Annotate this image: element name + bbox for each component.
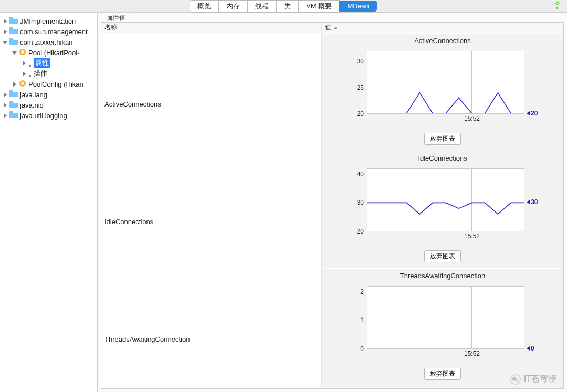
chart-plot[interactable] <box>367 168 524 231</box>
tree-item-label: com.sun.management <box>20 28 88 36</box>
svg-point-9 <box>21 82 24 85</box>
svg-rect-10 <box>9 90 13 92</box>
disclosure-icon[interactable] <box>21 71 26 76</box>
svg-rect-2 <box>9 27 13 29</box>
bean-icon <box>19 80 26 89</box>
chart-title: IdleConnections <box>324 151 561 163</box>
y-tick-label: 25 <box>343 84 364 91</box>
tree-item[interactable]: PoolConfig (Hikari <box>0 79 97 89</box>
chart-title: ThreadsAwaitingConnection <box>324 269 561 281</box>
column-header-value-label: 值 <box>325 23 331 32</box>
tab-overview[interactable]: 概览 <box>190 0 219 13</box>
y-tick-label: 30 <box>343 199 364 206</box>
folder-icon <box>9 111 18 120</box>
top-tabbar: 概览 内存 线程 类 VM 概要 MBean <box>0 0 567 13</box>
row-name[interactable]: IdleConnections <box>104 218 153 226</box>
svg-point-0 <box>556 7 558 9</box>
tree-item[interactable]: com.zaxxer.hikari <box>0 37 97 47</box>
chart-area: 20304015:5230 <box>343 163 542 247</box>
column-header-name[interactable]: 名称 <box>101 23 321 33</box>
tree-item-label: Pool (HikariPool- <box>28 49 80 57</box>
discard-chart-button[interactable]: 放弃图表 <box>424 133 461 145</box>
tree-item[interactable]: 操作 <box>0 68 97 79</box>
folder-icon <box>9 90 18 99</box>
tab-memory[interactable]: 内存 <box>218 0 248 13</box>
chart-plot[interactable] <box>367 286 524 349</box>
chart-title: ActiveConnections <box>324 34 561 46</box>
tree-item-label: 属性 <box>34 58 50 68</box>
folder-icon <box>9 17 18 25</box>
tree-item[interactable]: com.sun.management <box>0 26 97 37</box>
current-value-marker: 20 <box>527 110 538 117</box>
dot-icon <box>28 72 32 75</box>
svg-rect-11 <box>9 101 13 102</box>
tree-item[interactable]: 属性 <box>0 58 97 68</box>
row-name[interactable]: ActiveConnections <box>104 100 161 108</box>
disclosure-icon[interactable] <box>12 82 17 87</box>
y-tick-label: 2 <box>343 288 364 295</box>
svg-rect-3 <box>9 38 13 39</box>
tree-item[interactable]: Pool (HikariPool- <box>0 47 97 58</box>
disclosure-icon[interactable] <box>21 61 26 66</box>
row-name[interactable]: ThreadsAwaitingConnection <box>104 335 190 343</box>
y-tick-label: 40 <box>343 171 364 178</box>
tree-item-label: com.zaxxer.hikari <box>20 38 72 46</box>
chart-area: 01215:520 <box>343 281 542 365</box>
current-value-marker: 30 <box>527 198 538 206</box>
svg-point-6 <box>29 65 31 67</box>
y-tick-label: 1 <box>343 316 364 324</box>
disclosure-icon[interactable] <box>12 50 17 55</box>
connection-indicator-icon <box>554 2 564 11</box>
disclosure-icon[interactable] <box>2 103 7 108</box>
tree-item-label: java.nio <box>20 101 44 109</box>
discard-chart-button[interactable]: 放弃图表 <box>424 368 461 380</box>
tree-item[interactable]: java.lang <box>0 89 97 100</box>
tree-item[interactable]: java.util.logging <box>0 110 97 121</box>
svg-rect-12 <box>9 111 13 113</box>
disclosure-icon[interactable] <box>2 19 7 24</box>
disclosure-icon[interactable] <box>2 40 7 45</box>
svg-rect-1 <box>9 17 13 18</box>
column-name: 名称 ActiveConnections IdleConnections Thr… <box>101 23 322 388</box>
tree-item[interactable]: java.nio <box>0 100 97 110</box>
discard-chart-button[interactable]: 放弃图表 <box>424 250 461 262</box>
tree-item-label: JMImplementation <box>20 17 76 25</box>
chart-idle-connections: IdleConnections20304015:5230放弃图表 <box>324 151 561 268</box>
tree-item-label: java.lang <box>20 91 47 99</box>
folder-icon <box>9 101 18 109</box>
chart-area: 20253015:5220 <box>343 46 542 130</box>
y-tick-label: 20 <box>343 228 364 235</box>
sort-indicator-icon: ▲ <box>333 25 338 30</box>
folder-icon <box>9 27 18 36</box>
svg-point-7 <box>29 75 31 77</box>
tab-mbean[interactable]: MBean <box>339 1 376 12</box>
tree-item-label: 操作 <box>34 69 47 78</box>
column-value: 值 ▲ ActiveConnections20253015:5220放弃图表 I… <box>322 23 563 388</box>
tab-vm-summary[interactable]: VM 概要 <box>298 0 340 13</box>
disclosure-icon[interactable] <box>2 113 7 118</box>
y-tick-label: 20 <box>343 110 364 118</box>
tab-classes[interactable]: 类 <box>276 0 299 13</box>
column-header-value[interactable]: 值 ▲ <box>322 23 563 33</box>
y-tick-label: 0 <box>343 345 364 353</box>
dot-icon <box>28 61 32 65</box>
y-tick-label: 30 <box>343 58 364 65</box>
chart-plot[interactable] <box>367 51 524 114</box>
column-header-name-label: 名称 <box>104 23 117 32</box>
tree-item-label: PoolConfig (Hikari <box>28 80 83 88</box>
folder-icon <box>9 38 18 46</box>
attribute-panel: 属性值 名称 ActiveConnections IdleConnections… <box>98 13 567 392</box>
tree-item-label: java.util.logging <box>20 112 67 120</box>
tree-item[interactable]: JMImplementation <box>0 16 97 26</box>
chart-active-connections: ActiveConnections20253015:5220放弃图表 <box>324 33 561 151</box>
tab-threads[interactable]: 线程 <box>247 0 277 13</box>
disclosure-icon[interactable] <box>2 29 7 34</box>
disclosure-icon[interactable] <box>2 92 7 97</box>
current-value-marker: 0 <box>527 345 534 352</box>
bean-icon <box>19 48 26 57</box>
svg-point-5 <box>21 50 24 54</box>
chart-threads-awaiting: ThreadsAwaitingConnection01215:520放弃图表 <box>324 268 561 386</box>
mbean-tree[interactable]: JMImplementationcom.sun.managementcom.za… <box>0 13 98 392</box>
